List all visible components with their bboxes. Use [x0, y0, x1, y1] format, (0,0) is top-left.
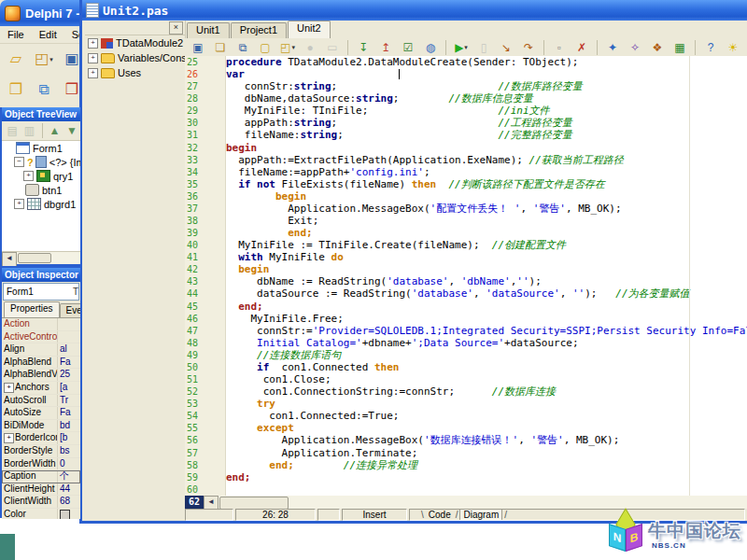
property-row-autoscroll[interactable]: AutoScrollTr [2, 395, 80, 408]
inspector-tab-events[interactable]: Events [60, 303, 80, 317]
code-line-54[interactable]: 54 con1.Connected:=True; [185, 410, 747, 422]
property-row-action[interactable]: Action [2, 318, 80, 331]
property-row-activecontrol[interactable]: ActiveControl [2, 331, 80, 344]
build-icon[interactable]: ✧ [625, 38, 645, 57]
property-row-clientwidth[interactable]: ClientWidth68 [2, 496, 80, 509]
code-line-44[interactable]: 44 dataSource := ReadString('database', … [185, 287, 747, 300]
code-line-49[interactable]: 49 //连接数据库语句 [185, 349, 747, 361]
view-tab-diagram[interactable]: Diagram [459, 509, 502, 521]
code-text[interactable]: end; //连接异常处理 [226, 459, 747, 471]
object-inspector-titlebar[interactable]: Object Inspector [2, 268, 80, 282]
code-text[interactable]: if con1.Connected then [226, 361, 747, 373]
property-row-align[interactable]: Alignal [2, 343, 80, 357]
code-text[interactable]: connStr:string; //数据库路径变量 [226, 80, 747, 92]
property-value[interactable] [58, 509, 80, 519]
code-line-31[interactable]: 31 fileName:string; //完整路径变量 [185, 129, 747, 141]
code-line-46[interactable]: 46 MyIniFile.Free; [185, 313, 747, 325]
property-row-anchors[interactable]: +Anchors[a [2, 382, 80, 395]
tab-unit1[interactable]: Unit1 [187, 22, 230, 38]
code-text[interactable]: end; [226, 227, 747, 239]
property-value[interactable]: 44 [58, 483, 80, 496]
code-text[interactable]: except [226, 422, 747, 434]
code-text[interactable]: MyIniFile.Free; [226, 313, 747, 325]
code-text[interactable]: try [226, 398, 747, 410]
tree-item-tdatamodule2[interactable]: +TDataModule2 [85, 35, 185, 50]
editor-titlebar[interactable]: Unit2.pas [82, 0, 747, 21]
tab-unit2[interactable]: Unit2 [288, 21, 331, 38]
code-text[interactable]: dbName := ReadString('database', 'dbName… [226, 275, 747, 287]
code-line-37[interactable]: 37 Application.MessageBox('配置文件丢失！ ', '警… [185, 203, 747, 215]
code-line-53[interactable]: 53 try [185, 398, 747, 410]
code-text[interactable]: appPath:=ExtractFilePath(Application.Exe… [226, 154, 747, 166]
property-value[interactable]: bd [58, 420, 80, 432]
dropdown-arrow-icon[interactable]: ▾ [291, 44, 295, 50]
code-line-57[interactable]: 57 Application.Terminate; [185, 447, 747, 459]
property-row-bidimode[interactable]: BiDiModebd [2, 420, 80, 433]
code-line-34[interactable]: 34 fileName:=appPath+'config.ini'; [185, 166, 747, 178]
tab-project1[interactable]: Project1 [231, 22, 287, 38]
code-text[interactable]: Application.Terminate; [226, 447, 747, 459]
code-text[interactable]: with MyIniFile do [226, 251, 747, 263]
tree-item-dbgrd1[interactable]: +dbgrd1 [2, 197, 80, 211]
code-text[interactable]: fileName:string; //完整路径变量 [226, 129, 747, 141]
object-treeview-scrollbar[interactable]: ◄ [2, 251, 80, 264]
trace-into-icon[interactable]: ↘ [496, 38, 516, 57]
add-breakpoint-icon[interactable]: ▫ [549, 38, 570, 57]
code-line-56[interactable]: 56 Application.MessageBox('数据库连接错误！', '警… [185, 434, 747, 446]
dropdown-arrow-icon[interactable]: ▾ [464, 44, 468, 50]
code-text[interactable]: connStr:='Provider=SQLOLEDB.1;Integrated… [226, 325, 747, 337]
code-text[interactable]: fileName:=appPath+'config.ini'; [226, 166, 747, 178]
property-value[interactable] [58, 318, 80, 330]
code-text[interactable]: end; [226, 301, 747, 313]
property-value[interactable]: Tr [58, 395, 80, 407]
code-text[interactable]: con1.ConnectionString:=connStr; //数据库连接 [226, 385, 747, 398]
move-up-icon[interactable]: ▲ [47, 121, 62, 140]
compile-icon[interactable]: ✦ [602, 38, 623, 57]
tree-item-qry1[interactable]: +qry1 [2, 169, 80, 183]
property-value[interactable]: bs [58, 445, 80, 457]
code-text[interactable]: con1.Connected:=True; [226, 410, 747, 422]
horizontal-scrollbar[interactable] [218, 496, 747, 509]
code-text[interactable]: if not FileExists(fileName) then //判断该路径… [226, 178, 747, 190]
code-text[interactable]: begin [226, 142, 747, 154]
code-line-30[interactable]: 30 appPath:string; //工程路径变量 [185, 117, 747, 129]
new-form-icon[interactable]: ▢ [255, 38, 275, 57]
tip-lightbulb-icon[interactable]: ☀ [723, 38, 743, 57]
tree-item-variables-constants[interactable]: +Variables/Constants [85, 50, 185, 65]
code-text[interactable]: //连接数据库语句 [226, 349, 747, 361]
dropdown-arrow-icon[interactable]: ▾ [49, 56, 53, 63]
code-line-55[interactable]: 55 except [185, 422, 747, 434]
object-treeview-titlebar[interactable]: Object TreeView [2, 107, 80, 121]
expand-plus-icon[interactable]: + [88, 53, 98, 63]
property-row-alphablend[interactable]: AlphaBlendFa [2, 357, 80, 370]
copy-icon[interactable]: ❐ [3, 77, 29, 103]
view-form-icon[interactable]: ❏ [210, 38, 231, 57]
code-line-60[interactable]: 60 [185, 483, 747, 496]
new-icon[interactable]: ▱ [3, 46, 29, 72]
package-icon[interactable]: ▦ [669, 38, 690, 57]
code-text[interactable]: MyIniFile: TIniFile; //ini文件 [226, 105, 747, 117]
code-text[interactable]: Exit; [226, 215, 747, 227]
close-icon[interactable]: × [169, 21, 183, 35]
code-line-50[interactable]: 50 if con1.Connected then [185, 361, 747, 373]
menu-file[interactable]: File [0, 27, 32, 42]
help-icon[interactable]: ? [700, 38, 721, 57]
code-line-33[interactable]: 33 appPath:=ExtractFilePath(Application.… [185, 154, 747, 166]
property-row-borderstyle[interactable]: BorderStylebs [2, 445, 80, 458]
step-over-icon[interactable]: ↷ [518, 38, 539, 57]
install-package-icon[interactable]: ❖ [647, 38, 668, 57]
property-row-color[interactable]: Color [2, 509, 80, 519]
code-text[interactable]: con1.Close; [226, 373, 747, 385]
code-text[interactable]: Application.MessageBox('配置文件丢失！ ', '警告',… [226, 203, 747, 215]
remove-file-from-project-icon[interactable]: ↥ [375, 38, 396, 57]
property-value[interactable]: Fa [58, 407, 80, 419]
tree-item-form1[interactable]: Form1 [2, 141, 80, 155]
expand-plus-icon[interactable]: + [88, 38, 98, 49]
property-row-caption[interactable]: Caption个 [2, 470, 80, 483]
code-line-28[interactable]: 28 dbName,dataSource:string; //数据库信息变量 [185, 92, 747, 105]
expand-plus-icon[interactable]: + [14, 199, 24, 209]
property-row-alphablendvalu[interactable]: AlphaBlendValu25 [2, 369, 80, 382]
code-line-32[interactable]: 32begin [185, 142, 747, 154]
code-text[interactable]: var [226, 68, 747, 80]
code-line-52[interactable]: 52 con1.ConnectionString:=connStr; //数据库… [185, 385, 747, 398]
